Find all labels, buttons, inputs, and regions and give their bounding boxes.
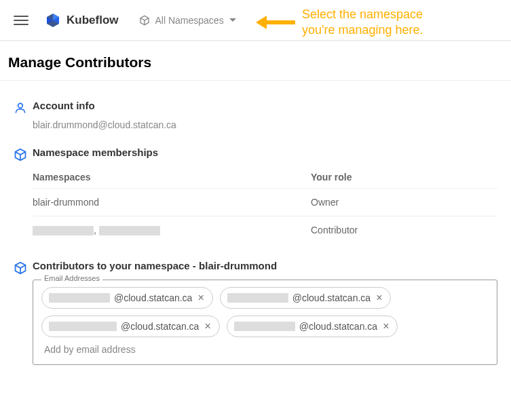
email-domain: @cloud.statcan.ca — [292, 292, 371, 303]
box-icon — [14, 148, 27, 161]
namespace-selector-label: All Namespaces — [155, 15, 224, 26]
chip-container: @cloud.statcan.ca×@cloud.statcan.ca×@clo… — [41, 287, 489, 337]
menu-button[interactable] — [14, 13, 29, 28]
table-row: , Contributor — [33, 216, 497, 244]
col-header-namespaces: Namespaces — [33, 172, 311, 183]
annotation-line1: Select the namespace — [302, 7, 423, 22]
close-icon[interactable]: × — [375, 292, 383, 304]
redacted-text — [49, 293, 110, 303]
top-bar: Kubeflow All Namespaces Select the names… — [0, 0, 511, 41]
cube-icon — [139, 15, 150, 26]
section-memberships: Namespace memberships Namespaces Your ro… — [0, 141, 511, 254]
svg-point-4 — [18, 103, 23, 108]
annotation-callout: Select the namespace you're managing her… — [254, 7, 423, 39]
annotation-line2: you're managing here. — [302, 22, 423, 38]
box-icon — [14, 261, 27, 275]
add-email-input[interactable] — [41, 337, 489, 356]
contributors-title: Contributors to your namespace - blair-d… — [33, 260, 497, 271]
arrow-left-icon — [254, 14, 295, 31]
fieldset-legend: Email Addresses — [41, 274, 102, 282]
memberships-title: Namespace memberships — [33, 147, 497, 158]
kubeflow-logo-icon — [45, 12, 61, 28]
col-header-role: Your role — [311, 172, 497, 183]
email-chip[interactable]: @cloud.statcan.ca× — [41, 316, 220, 337]
table-row: blair-drummondOwner — [33, 188, 497, 216]
page-title: Manage Contributors — [0, 41, 511, 80]
email-fieldset: Email Addresses @cloud.statcan.ca×@cloud… — [33, 280, 497, 365]
chevron-down-icon — [229, 18, 236, 22]
close-icon[interactable]: × — [196, 292, 205, 304]
close-icon[interactable]: × — [381, 320, 390, 332]
section-account: Account info blair.drummond@cloud.statca… — [0, 94, 511, 141]
redacted-text — [227, 293, 288, 303]
email-chip[interactable]: @cloud.statcan.ca× — [220, 287, 392, 309]
redacted-text — [234, 322, 295, 331]
brand-text: Kubeflow — [67, 14, 119, 27]
close-icon[interactable]: × — [203, 320, 212, 332]
memberships-table: Namespaces Your role blair-drummondOwner… — [33, 166, 497, 244]
cell-role: Owner — [311, 197, 339, 208]
account-title: Account info — [33, 100, 497, 111]
cell-namespace: , — [33, 225, 311, 235]
namespace-selector[interactable]: All Namespaces — [139, 15, 236, 26]
email-domain: @cloud.statcan.ca — [299, 321, 377, 332]
person-icon — [14, 101, 27, 115]
brand[interactable]: Kubeflow — [45, 12, 119, 28]
redacted-text — [49, 322, 117, 331]
email-domain: @cloud.statcan.ca — [114, 292, 192, 303]
email-domain: @cloud.statcan.ca — [121, 321, 199, 332]
section-contributors: Contributors to your namespace - blair-d… — [0, 254, 511, 376]
email-chip[interactable]: @cloud.statcan.ca× — [41, 287, 213, 309]
cell-role: Contributor — [311, 225, 358, 235]
account-email: blair.drummond@cloud.statcan.ca — [33, 119, 497, 130]
email-chip[interactable]: @cloud.statcan.ca× — [227, 316, 398, 337]
cell-namespace: blair-drummond — [33, 197, 311, 208]
